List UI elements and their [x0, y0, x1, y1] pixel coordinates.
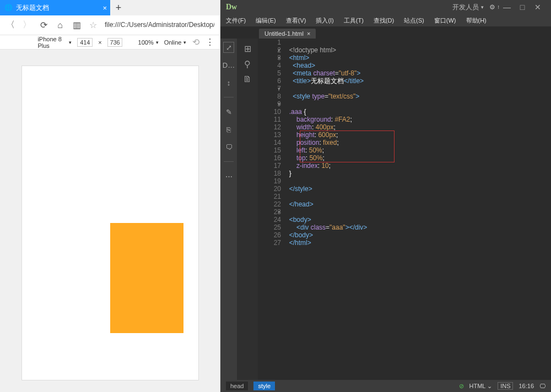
page-element-aaa [110, 223, 183, 333]
rotate-icon[interactable]: ⟲ [192, 37, 200, 47]
left-toolrail: ⤢ D… ↕ ✎ ⎘ 🗨 ⋯ [220, 39, 237, 380]
panel-search-icon[interactable]: ⚲ [241, 57, 254, 70]
menu-help[interactable]: 帮助(H) [466, 17, 487, 25]
chevron-down-icon: ▾ [69, 40, 72, 45]
tool-d-icon[interactable]: D… [223, 59, 234, 70]
status-check-icon[interactable]: ⊘ [459, 383, 464, 390]
line-gutter: 1234567891011121314151617181920212223242… [258, 39, 285, 380]
close-button[interactable]: ✕ [530, 3, 545, 12]
workspace-switcher[interactable]: 开发人员▾ [452, 3, 484, 12]
code-editor[interactable]: 1234567891011121314151617181920212223242… [258, 39, 551, 380]
new-tab-button[interactable]: + [110, 0, 127, 15]
menu-view[interactable]: 查看(V) [286, 17, 306, 25]
close-icon[interactable]: × [102, 4, 107, 12]
sidebar-icon[interactable]: ▥ [72, 20, 82, 30]
status-time: 16:16 [518, 383, 534, 389]
document-tab[interactable]: Untitled-1.html × [259, 29, 316, 39]
insert-mode[interactable]: INS [498, 382, 513, 390]
dimension-separator: × [98, 39, 101, 46]
app-logo: Dw [226, 3, 237, 12]
tool-copy-icon[interactable]: ⎘ [223, 124, 234, 135]
chevron-down-icon: ▾ [156, 40, 159, 45]
browser-tabstrip: 🌐 无标题文档 × + [0, 0, 220, 15]
tool-expand-icon[interactable]: ⤢ [223, 42, 234, 53]
document-tabs: Untitled-1.html × [220, 26, 551, 39]
forward-icon[interactable]: 〉 [22, 20, 32, 30]
minimize-button[interactable]: — [499, 3, 515, 12]
language-selector[interactable]: HTML ⌄ [469, 383, 493, 390]
reload-icon[interactable]: ⟳ [39, 20, 48, 30]
close-icon[interactable]: × [307, 30, 310, 37]
browser-window: 🌐 无标题文档 × + 〈 〉 ⟳ ⌂ ▥ ☆ file:///C:/Users… [0, 0, 220, 392]
device-frame [22, 66, 198, 380]
code-content[interactable]: <!doctype html> <html> <head> <meta char… [285, 39, 551, 380]
chevron-down-icon: ▾ [183, 40, 186, 45]
tab-title: 无标题文档 [16, 3, 49, 13]
menu-tools[interactable]: 工具(T) [344, 17, 364, 25]
zoom-select[interactable]: 100%▾ [138, 39, 159, 46]
main-area: ⤢ D… ↕ ✎ ⎘ 🗨 ⋯ ⊞ ⚲ 🗎 1234567891011121314… [220, 39, 551, 380]
status-bar: head style ⊘ HTML ⌄ INS 16:16 🖵 [220, 380, 551, 392]
menu-insert[interactable]: 插入(I) [316, 17, 333, 25]
titlebar: Dw 开发人员▾ ⚙! — □ ✕ [220, 0, 551, 14]
url-field[interactable]: file:///C:/Users/Administrator/Desktop/新 [105, 20, 214, 30]
device-select[interactable]: iPhone 8 Plus▾ [37, 36, 72, 49]
screen-icon[interactable]: 🖵 [539, 383, 545, 389]
tool-updown-icon[interactable]: ↕ [223, 77, 234, 88]
height-input[interactable]: 736 [107, 38, 123, 47]
back-icon[interactable]: 〈 [6, 20, 15, 30]
menu-bar: 文件(F) 编辑(E) 查看(V) 插入(I) 工具(T) 查找(D) 站点(S… [220, 14, 551, 26]
dreamweaver-window: Dw 开发人员▾ ⚙! — □ ✕ 文件(F) 编辑(E) 查看(V) 插入(I… [220, 0, 551, 392]
tool-more-icon[interactable]: ⋯ [223, 171, 234, 182]
menu-window[interactable]: 窗口(W) [434, 17, 456, 25]
network-select[interactable]: Online▾ [164, 39, 187, 46]
address-bar: 〈 〉 ⟳ ⌂ ▥ ☆ file:///C:/Users/Administrat… [0, 15, 220, 35]
width-input[interactable]: 414 [77, 38, 93, 47]
more-icon[interactable]: ⋮ [206, 37, 214, 47]
breadcrumb-style[interactable]: style [253, 382, 275, 390]
breadcrumb-head[interactable]: head [226, 382, 248, 390]
panel-snippets-icon[interactable]: 🗎 [241, 73, 254, 86]
panel-rail: ⊞ ⚲ 🗎 [237, 39, 258, 380]
browser-tab[interactable]: 🌐 无标题文档 × [0, 0, 110, 15]
browser-viewport [0, 50, 220, 392]
menu-find[interactable]: 查找(D) [374, 17, 394, 25]
menu-file[interactable]: 文件(F) [226, 17, 246, 25]
globe-icon: 🌐 [4, 4, 13, 12]
panel-files-icon[interactable]: ⊞ [241, 42, 254, 55]
home-icon[interactable]: ⌂ [55, 20, 65, 30]
tool-comment-icon[interactable]: 🗨 [223, 141, 234, 153]
sync-icon[interactable]: ⚙! [489, 3, 499, 11]
menu-site[interactable]: 站点(S) [404, 17, 424, 25]
tool-edit-icon[interactable]: ✎ [223, 106, 234, 117]
maximize-button[interactable]: □ [515, 3, 530, 12]
device-toolbar: iPhone 8 Plus▾ 414 × 736 100%▾ Online▾ ⟲… [0, 35, 220, 50]
menu-edit[interactable]: 编辑(E) [256, 17, 276, 25]
star-icon[interactable]: ☆ [88, 20, 98, 30]
